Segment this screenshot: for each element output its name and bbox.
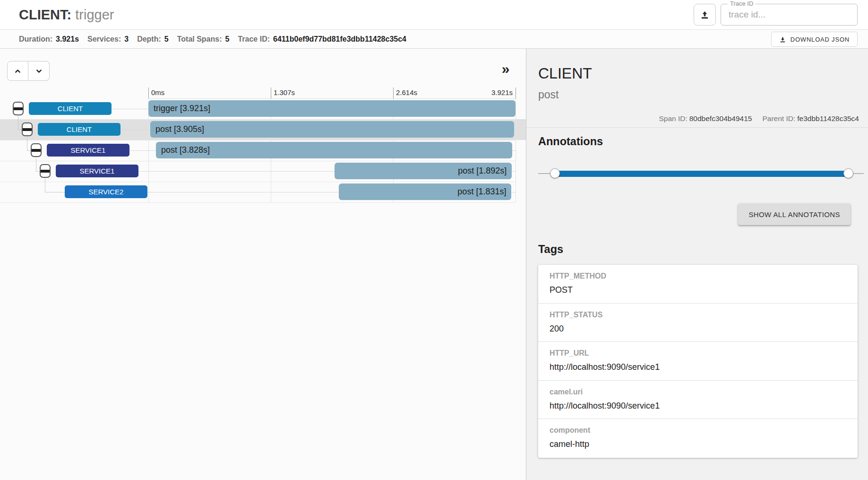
tag-key: component <box>550 426 846 435</box>
ruler-tick-mark <box>516 87 516 98</box>
tree-connector-horizontal <box>36 171 40 172</box>
tree-connector-horizontal <box>27 150 31 151</box>
span-id-label: Span ID: <box>659 114 687 122</box>
collapse-row-button[interactable] <box>13 102 24 115</box>
next-span-button[interactable] <box>28 61 50 81</box>
tag-row: componentcamel-http <box>538 419 858 458</box>
trace-timeline-panel: » 0ms1.307s2.614s3.921sCLIENTtrigger [3.… <box>0 49 526 480</box>
tag-value: POST <box>550 285 846 295</box>
tags-title: Tags <box>538 243 563 256</box>
annotations-range-slider[interactable] <box>538 168 864 179</box>
download-json-label: DOWNLOAD JSON <box>791 36 850 43</box>
tag-value: 200 <box>550 324 846 334</box>
detail-divider <box>526 127 868 128</box>
trace-id-input[interactable] <box>728 9 851 20</box>
stat-value: 3.921s <box>56 35 79 43</box>
tag-value: camel-http <box>550 439 846 449</box>
header-controls: Trace ID <box>694 4 858 26</box>
show-all-annotations-button[interactable]: SHOW ALL ANNOTATIONS <box>738 203 851 225</box>
trace-stat: Trace ID:6411b0ef9d77bd81fe3dbb11428c35c… <box>238 35 406 44</box>
trace-id-field-label: Trace ID <box>728 0 756 7</box>
detail-service-name: CLIENT <box>538 65 592 82</box>
tree-connector-vertical <box>18 116 18 130</box>
detail-span-name: post <box>538 88 559 101</box>
trace-stat: Depth:5 <box>137 35 169 44</box>
trace-stat: Total Spans:5 <box>177 35 230 44</box>
service-badge[interactable]: CLIENT <box>29 102 112 115</box>
slider-handle-right[interactable] <box>843 168 853 178</box>
row-border <box>0 119 516 120</box>
app-header: CLIENT: trigger Trace ID <box>0 0 868 30</box>
span-detail-panel: CLIENT post Span ID:80dbefc304b49415Pare… <box>526 49 868 480</box>
previous-span-button[interactable] <box>7 61 28 81</box>
collapse-icon <box>41 170 50 173</box>
tags-card: HTTP_METHODPOSTHTTP_STATUS200HTTP_URLhtt… <box>538 265 858 458</box>
stat-label: Services: <box>87 35 121 43</box>
title-service: CLIENT <box>19 7 67 22</box>
tree-connector-horizontal <box>18 130 22 130</box>
grid-line-vertical <box>516 98 516 202</box>
tag-value: http://localhost:9090/service1 <box>550 401 846 411</box>
service-badge[interactable]: SERVICE1 <box>47 144 129 157</box>
tree-connector-horizontal <box>45 192 65 192</box>
tag-value: http://localhost:9090/service1 <box>550 362 846 372</box>
collapse-icon <box>23 128 32 131</box>
stat-value: 3 <box>124 35 129 43</box>
tag-key: camel.uri <box>550 388 846 396</box>
chevron-double-right-icon: » <box>502 61 510 77</box>
service-badge[interactable]: SERVICE1 <box>56 165 138 177</box>
span-ids: Span ID:80dbefc304b49415Parent ID:fe3dbb… <box>659 114 859 123</box>
trace-stats: Duration:3.921sServices:3Depth:5Total Sp… <box>19 35 415 44</box>
chevron-up-icon <box>14 67 22 75</box>
slider-selected-range <box>555 171 848 177</box>
trace-stat: Services:3 <box>87 35 129 44</box>
ruler-tick-mark <box>148 87 149 98</box>
tag-key: HTTP_METHOD <box>550 272 846 280</box>
ruler-tick-label: 1.307s <box>274 88 295 96</box>
parent-id-value: fe3dbb11428c35c4 <box>797 114 859 122</box>
row-border <box>0 161 516 161</box>
title-span-name: trigger <box>75 7 114 22</box>
upload-icon <box>700 10 710 20</box>
collapse-row-button[interactable] <box>31 143 42 157</box>
span-bar[interactable]: post [1.892s] <box>335 163 512 179</box>
row-border <box>0 182 516 182</box>
parent-id-label: Parent ID: <box>762 114 795 122</box>
span-id-value: 80dbefc304b49415 <box>689 114 752 122</box>
stat-value: 6411b0ef9d77bd81fe3dbb11428c35c4 <box>273 35 406 43</box>
stat-value: 5 <box>164 35 169 43</box>
ruler-tick-label: 0ms <box>151 88 164 96</box>
ruler-tick-label: 3.921s <box>491 88 513 96</box>
tree-connector-vertical <box>45 178 45 192</box>
title-separator: : <box>67 7 76 22</box>
tag-key: HTTP_URL <box>550 349 846 358</box>
tag-row: HTTP_URLhttp://localhost:9090/service1 <box>538 342 858 381</box>
stat-value: 5 <box>225 35 230 43</box>
span-navigation <box>7 61 50 81</box>
stat-label: Depth: <box>137 35 161 43</box>
span-bar[interactable]: post [1.831s] <box>339 183 511 200</box>
tag-row: HTTP_METHODPOST <box>538 265 858 304</box>
trace-id-field: Trace ID <box>721 4 858 26</box>
stat-label: Duration: <box>19 35 52 43</box>
upload-trace-button[interactable] <box>694 4 716 26</box>
slider-handle-left[interactable] <box>550 168 560 178</box>
download-json-button[interactable]: DOWNLOAD JSON <box>771 32 858 47</box>
span-bar[interactable]: trigger [3.921s] <box>148 100 516 117</box>
stat-label: Trace ID: <box>238 35 270 43</box>
span-bar[interactable]: post [3.905s] <box>150 121 514 138</box>
trace-stat: Duration:3.921s <box>19 35 79 44</box>
collapse-icon <box>14 107 23 110</box>
collapse-row-button[interactable] <box>22 122 33 136</box>
trace-stats-bar: Duration:3.921sServices:3Depth:5Total Sp… <box>0 30 868 49</box>
collapse-row-button[interactable] <box>40 164 51 178</box>
ruler-tick-mark <box>271 87 271 98</box>
collapse-icon <box>32 149 41 152</box>
expand-timeline-button[interactable]: » <box>495 60 516 78</box>
span-bar[interactable]: post [3.828s] <box>156 142 512 158</box>
download-icon <box>779 36 791 43</box>
chart-top-border <box>148 98 516 99</box>
ruler-tick-label: 2.614s <box>396 88 417 96</box>
service-badge[interactable]: CLIENT <box>38 123 120 136</box>
service-badge[interactable]: SERVICE2 <box>65 185 147 198</box>
